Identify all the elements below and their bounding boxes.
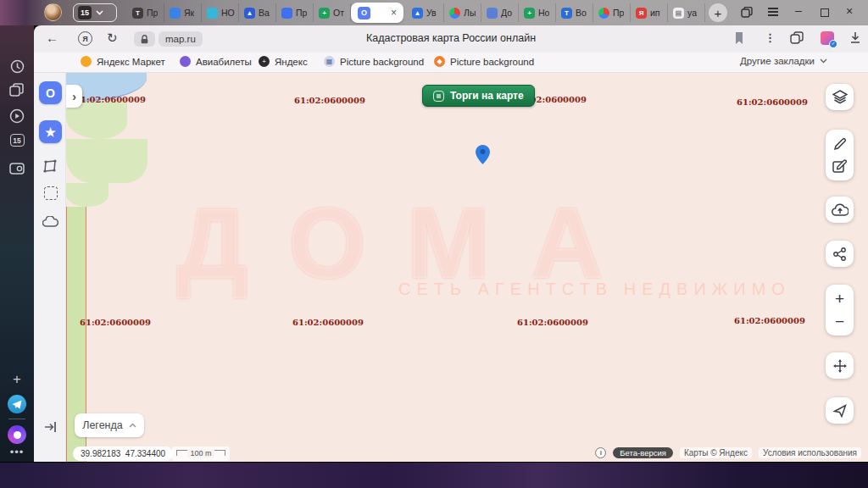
exit-panel-icon[interactable] — [39, 415, 62, 438]
edit-note-icon[interactable] — [832, 159, 847, 173]
pan-button[interactable] — [826, 352, 854, 379]
check-badge-icon: ✓ — [829, 40, 837, 48]
map-shape-gblob — [66, 183, 108, 207]
more-options-icon[interactable]: ⋮ — [765, 30, 776, 46]
close-button[interactable]: × — [846, 4, 853, 18]
browser-tab[interactable]: ▲Ва — [239, 3, 276, 22]
browser-sidebar: 15 + ••• — [0, 25, 34, 462]
browser-tab[interactable]: Пр — [276, 3, 314, 22]
add-icon[interactable]: + — [0, 371, 34, 388]
watermark-title: ДОМА — [176, 193, 643, 293]
tab-favicon — [598, 8, 609, 19]
collections-icon[interactable] — [790, 31, 804, 44]
bookmark-item[interactable]: Авиабилеты — [180, 56, 252, 67]
site-logo[interactable]: O — [39, 81, 62, 104]
tab-favicon: O — [358, 7, 370, 19]
bookmark-favicon: ▦ — [324, 56, 335, 67]
browser-tab[interactable]: ТПр — [127, 3, 164, 22]
cloud-icon[interactable] — [39, 210, 62, 233]
minimize-button[interactable]: – — [795, 3, 802, 17]
bookmark-item[interactable]: Яндекс Маркет — [81, 56, 165, 67]
browser-tab[interactable]: ▤уа — [668, 3, 705, 22]
browser-tab-bar: 15 ТПрЯкНО▲ВаПр+ОтO×▲УвЛыДо+НоТВоПрЯип▤у… — [0, 0, 868, 25]
tab-label: уа — [687, 8, 697, 18]
tab-counter-icon[interactable]: 15 — [0, 134, 34, 147]
browser-tab-active[interactable]: O× — [351, 3, 403, 23]
bookmark-flag-icon[interactable] — [734, 31, 744, 45]
bookmarks-bar: Яндекс МаркетАвиабилеты+Яндекс▦Picture b… — [34, 53, 868, 73]
tab-counter[interactable]: 15 — [73, 3, 117, 22]
beta-badge: Бета-версия — [613, 447, 673, 458]
bookmark-item[interactable]: ▦Picture background — [324, 56, 424, 67]
browser-tab[interactable]: До — [481, 3, 519, 22]
zoom-group: + − — [826, 285, 854, 336]
tab-favicon: Т — [561, 8, 572, 19]
legend-button[interactable]: Легенда — [75, 413, 144, 437]
bookmark-label: Picture background — [340, 57, 424, 67]
tab-favicon: ▲ — [412, 8, 423, 19]
cadastral-label: 61:02:0600009 — [80, 318, 151, 327]
torgi-button[interactable]: Торги на карте — [422, 85, 535, 107]
expand-panel-button[interactable]: › — [66, 85, 82, 108]
my-location-button[interactable] — [826, 397, 854, 424]
bookmark-item[interactable]: +Яндекс — [259, 56, 308, 67]
download-icon[interactable] — [849, 31, 861, 44]
select-area-icon[interactable] — [39, 181, 62, 204]
chevron-down-icon — [820, 58, 827, 64]
tab-label: До — [501, 8, 512, 18]
alice-icon[interactable] — [0, 425, 34, 444]
bookmark-item[interactable]: ◆Picture background — [434, 56, 534, 67]
browser-chrome: ← Я ↻ map.ru Кадастровая карта России он… — [34, 25, 868, 73]
bookmark-label: Picture background — [450, 57, 534, 67]
info-icon[interactable]: i — [595, 447, 606, 458]
bookmark-label: Авиабилеты — [196, 57, 252, 67]
terms-link[interactable]: Условия использования — [759, 447, 861, 458]
browser-tab[interactable]: +От — [314, 3, 351, 22]
tab-favicon — [281, 8, 292, 19]
tab-panels-icon[interactable] — [741, 7, 753, 18]
layers-button[interactable] — [826, 84, 854, 110]
browser-tab[interactable]: Яип — [631, 3, 668, 22]
browser-tab[interactable]: ТВо — [556, 3, 593, 22]
browser-tab[interactable]: Як — [164, 3, 202, 22]
tab-label: Во — [576, 8, 587, 18]
tab-groups-icon[interactable] — [0, 83, 34, 97]
avatar[interactable] — [44, 3, 62, 21]
browser-tab[interactable]: Пр — [593, 3, 631, 22]
tab-label: Пр — [296, 8, 307, 18]
browser-tab[interactable]: Лы — [444, 3, 481, 22]
more-icon[interactable]: ••• — [0, 446, 34, 458]
telegram-icon[interactable] — [0, 395, 34, 413]
cadastral-map[interactable]: ДОМА СЕТЬ АГЕНТСТВ НЕДВИЖИМО 61:02:06000… — [66, 73, 868, 462]
pencil-icon[interactable] — [833, 137, 847, 151]
tab-favicon: ▤ — [673, 8, 684, 19]
site-tool-panel: O ★ — [34, 73, 66, 462]
maximize-button[interactable] — [821, 8, 829, 17]
bookmark-label: Яндекс — [275, 57, 308, 67]
share-button[interactable] — [826, 241, 854, 267]
tab-favicon — [170, 8, 181, 19]
bookmark-favicon: ◆ — [434, 56, 445, 67]
new-tab-button[interactable]: + — [709, 3, 727, 22]
screenshot-icon[interactable] — [0, 161, 34, 175]
browser-tab[interactable]: ▲Ув — [407, 3, 444, 22]
polygon-tool-icon[interactable] — [39, 154, 62, 177]
browser-tab[interactable]: +Но — [519, 3, 556, 22]
cadastral-label: 61:02:0600009 — [517, 318, 588, 327]
cadastral-label: 61:02:0600009 — [294, 96, 365, 105]
close-tab-icon[interactable]: × — [391, 7, 397, 19]
menu-icon[interactable] — [768, 6, 778, 18]
map-pin-icon[interactable] — [476, 145, 490, 164]
favorites-star-icon[interactable]: ★ — [39, 120, 62, 143]
video-icon[interactable] — [0, 108, 34, 124]
tab-favicon: Т — [132, 8, 143, 19]
history-icon[interactable] — [0, 59, 34, 74]
tab-favicon — [449, 8, 460, 19]
extension-icon[interactable]: ✓ — [821, 31, 834, 45]
other-bookmarks[interactable]: Другие закладки — [740, 56, 827, 66]
zoom-out-button[interactable]: − — [835, 313, 844, 330]
browser-tab[interactable]: НО — [202, 3, 239, 22]
zoom-in-button[interactable]: + — [835, 291, 844, 307]
tab-label: Як — [184, 8, 194, 18]
upload-button[interactable] — [826, 197, 854, 223]
